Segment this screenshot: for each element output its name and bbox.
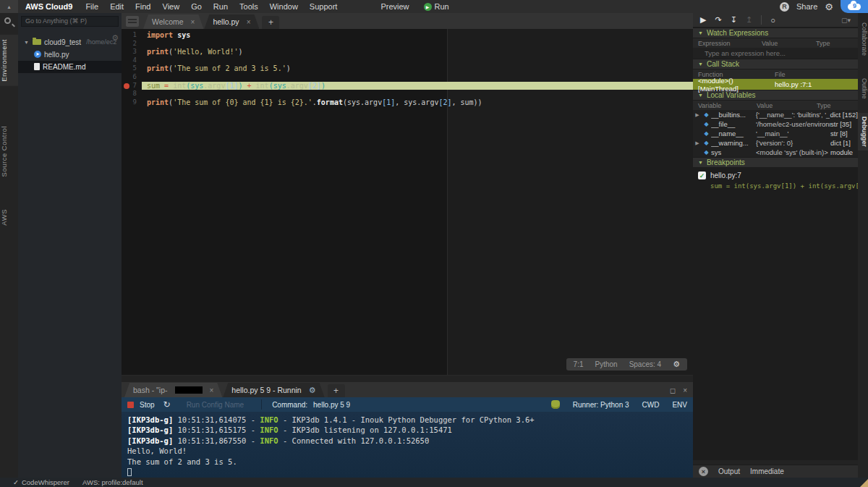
close-panel-icon[interactable]: × — [683, 386, 687, 394]
cloud9-logo[interactable]: 9 — [841, 0, 868, 13]
settings-gear-icon[interactable]: ⚙ — [825, 2, 833, 12]
code-line-4[interactable]: 4 — [122, 56, 693, 65]
codewhisperer-status[interactable]: CodeWhisperer — [22, 478, 69, 486]
breakpoint-dot[interactable] — [124, 83, 129, 89]
code-line-7[interactable]: 7sum = int(sys.argv[1]) + int(sys.argv[2… — [122, 82, 693, 90]
watch-expressions-header[interactable]: ▼ Watch Expressions — [693, 27, 858, 38]
restart-icon[interactable]: ↻ — [163, 399, 171, 410]
code-line-9[interactable]: 9print('The sum of {0} and {1} is {2}.'.… — [122, 98, 693, 107]
gutter-line-number[interactable]: 1 — [122, 31, 142, 40]
menu-item-go[interactable]: Go — [185, 2, 208, 11]
terminal-output[interactable]: [IKP3db-g] 10:51:31,614075 - INFO - IKP3… — [122, 412, 693, 478]
sidebar-tab-aws[interactable]: AWS — [0, 205, 18, 230]
sidebar-tab-collaborate[interactable]: Collaborate — [858, 19, 868, 59]
tree-settings-gear-icon[interactable]: ⚙ — [111, 33, 119, 43]
menu-item-view[interactable]: View — [157, 2, 186, 11]
code-line-1[interactable]: 1import sys — [122, 31, 693, 40]
tab-runner[interactable]: hello.py 5 9 - Runnin ⚙ — [223, 383, 324, 397]
breakpoint-gutter[interactable]: 7 — [122, 82, 142, 90]
expand-arrow-icon[interactable]: ▶ — [693, 140, 702, 146]
breakpoint-checkbox[interactable]: ✓ — [698, 171, 706, 179]
new-tab-button[interactable]: + — [262, 16, 279, 29]
watch-expression-input[interactable] — [693, 49, 838, 57]
gutter-line-number[interactable]: 8 — [122, 90, 142, 98]
folder-expand-icon[interactable]: ▼ — [24, 40, 30, 45]
local-variable-row[interactable]: ▶◆__warning...{'version': 0}dict [1] — [693, 138, 858, 148]
new-console-tab-button[interactable]: + — [328, 384, 345, 397]
debug-bug-icon[interactable] — [551, 400, 560, 409]
menu-item-run[interactable]: Run — [208, 2, 234, 11]
close-icon[interactable]: × — [191, 18, 195, 26]
cwd-button[interactable]: CWD — [642, 401, 660, 409]
gutter-line-number[interactable]: 4 — [122, 56, 142, 65]
step-into-icon[interactable]: ↧ — [731, 15, 737, 25]
sidebar-tab-outline[interactable]: Outline — [858, 75, 868, 103]
app-brand[interactable]: AWS Cloud9 — [25, 2, 72, 11]
step-over-icon[interactable]: ↷ — [715, 15, 721, 25]
local-variable-row[interactable]: ◆__file__'/home/ec2-user/environme...str… — [693, 119, 858, 129]
run-config-name[interactable]: Run Config Name — [187, 401, 244, 409]
code-line-6[interactable]: 6 — [122, 73, 693, 82]
call-stack-header[interactable]: ▼ Call Stack — [693, 59, 858, 69]
maximize-panel-icon[interactable]: ◻ — [670, 386, 676, 394]
menu-item-file[interactable]: File — [80, 2, 104, 11]
local-variable-row[interactable]: ▶◆__builtins...{'__name__': 'builtins', … — [693, 110, 858, 119]
expand-arrow-icon[interactable]: ▶ — [693, 112, 702, 118]
aws-profile-status[interactable]: AWS: profile:default — [82, 478, 143, 486]
resume-icon[interactable]: ▶ — [700, 15, 706, 25]
tree-folder-row[interactable]: ▼ cloud9_test /home/ec2 — [18, 36, 122, 48]
tab-hello-py[interactable]: hello.py × — [204, 14, 259, 29]
goto-anything-input[interactable] — [21, 16, 119, 27]
tab-welcome[interactable]: Welcome × — [143, 14, 203, 29]
tree-file-hello[interactable]: ➤ hello.py — [18, 48, 122, 61]
code-line-2[interactable]: 2 — [122, 40, 693, 48]
tree-file-readme[interactable]: README.md — [18, 61, 122, 73]
menu-item-tools[interactable]: Tools — [234, 2, 264, 11]
resize-grip[interactable] — [860, 479, 868, 487]
menu-item-window[interactable]: Window — [264, 2, 304, 11]
collapse-menu-icon[interactable]: ▴ — [0, 0, 18, 13]
command-value[interactable]: hello.py 5 9 — [313, 401, 350, 409]
gutter-line-number[interactable]: 9 — [122, 98, 142, 107]
close-icon[interactable]: × — [247, 18, 251, 26]
cursor-position[interactable]: 7:1 — [574, 360, 584, 368]
call-stack-frame[interactable]: <module>() [MainThread] hello.py :7:1 — [693, 79, 858, 90]
runner-selector[interactable]: Runner: Python 3 — [573, 401, 629, 409]
toggle-breakpoints-icon[interactable]: ○ — [770, 16, 775, 25]
gutter-line-number[interactable]: 5 — [122, 64, 142, 73]
stop-icon[interactable] — [127, 402, 134, 408]
close-icon[interactable]: × — [210, 386, 214, 394]
panel-menu-icon[interactable]: ▢▾ — [841, 17, 851, 24]
local-variable-row[interactable]: ◆__name__'__main__'str [8] — [693, 129, 858, 138]
env-button[interactable]: ENV — [672, 401, 687, 409]
sidebar-tab-source-control[interactable]: Source Control — [0, 122, 18, 181]
sidebar-tab-debugger[interactable]: Debugger — [858, 113, 868, 151]
code-line-5[interactable]: 5print('The sum of 2 and 3 is 5.') — [122, 64, 693, 73]
breakpoint-item[interactable]: ✓ hello.py:7 sum = int(sys.argv[1]) + in… — [693, 168, 858, 194]
tab-immediate[interactable]: Immediate — [750, 467, 784, 475]
stop-button[interactable]: Stop — [140, 401, 155, 409]
close-circle-icon[interactable]: × — [699, 467, 708, 476]
gutter-line-number[interactable]: 2 — [122, 40, 142, 48]
code-line-8[interactable]: 8 — [122, 90, 693, 98]
indent-setting[interactable]: Spaces: 4 — [629, 360, 661, 368]
code-line-3[interactable]: 3print('Hello, World!') — [122, 48, 693, 56]
local-variables-header[interactable]: ▼ Local Variables — [693, 90, 858, 101]
tab-output[interactable]: Output — [718, 467, 740, 475]
menu-item-support[interactable]: Support — [304, 2, 344, 11]
menu-item-find[interactable]: Find — [129, 2, 156, 11]
editor-settings-gear-icon[interactable]: ⚙ — [673, 360, 680, 368]
gutter-line-number[interactable]: 3 — [122, 48, 142, 56]
gutter-line-number[interactable]: 6 — [122, 73, 142, 82]
local-variable-row[interactable]: ◆sys<module 'sys' (built-in)>module — [693, 148, 858, 157]
preview-button[interactable]: Preview — [373, 2, 416, 11]
sidebar-tab-environment[interactable]: Environment — [0, 35, 18, 86]
language-mode[interactable]: Python — [595, 360, 618, 368]
run-button[interactable]: ▶ Run — [417, 2, 456, 11]
breakpoints-header[interactable]: ▼ Breakpoints — [693, 157, 858, 168]
tab-list-icon[interactable] — [126, 16, 139, 27]
share-button[interactable]: Share — [796, 2, 817, 11]
avatar[interactable]: R — [780, 2, 789, 12]
tab-bash[interactable]: bash - "ip- × — [124, 383, 222, 397]
menu-item-edit[interactable]: Edit — [104, 2, 129, 11]
